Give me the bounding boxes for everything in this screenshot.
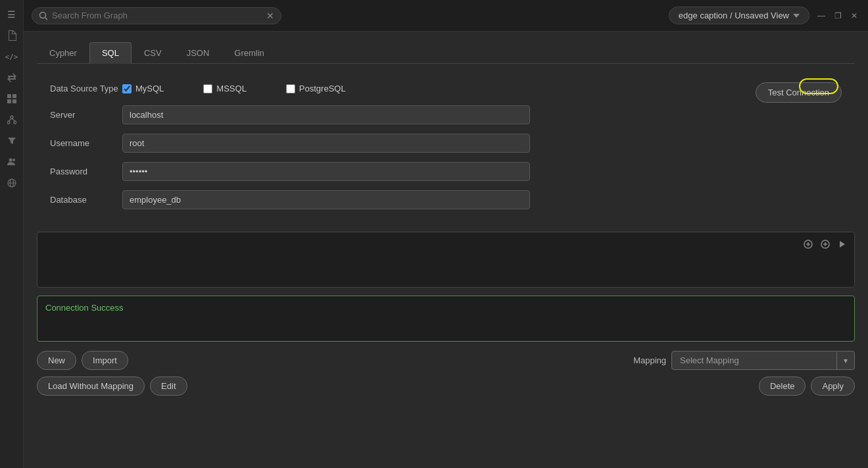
- password-label: Password: [50, 167, 122, 176]
- tab-cypher[interactable]: Cypher: [37, 42, 89, 63]
- svg-point-9: [9, 159, 12, 162]
- svg-point-6: [14, 121, 16, 124]
- query-copy-icon[interactable]: [819, 238, 832, 251]
- postgresql-option[interactable]: PostgreSQL: [286, 84, 346, 93]
- svg-line-8: [12, 118, 15, 121]
- datasource-row: Data Source Type MySQL MSSQL PostgreSQL: [50, 84, 842, 93]
- svg-point-4: [11, 116, 13, 118]
- svg-point-5: [7, 121, 10, 124]
- password-input[interactable]: [122, 162, 530, 181]
- restore-button[interactable]: ❐: [832, 10, 844, 22]
- username-input[interactable]: [122, 134, 530, 153]
- new-button[interactable]: New: [37, 351, 76, 370]
- test-connection-wrapper: Test Connection: [756, 82, 842, 103]
- main-content: ✕ edge caption / Unsaved View — ❐ ✕ Cyph…: [24, 0, 868, 468]
- datasource-label: Data Source Type: [50, 84, 122, 93]
- query-icons: [802, 238, 849, 251]
- globe-icon[interactable]: [3, 174, 21, 192]
- search-input[interactable]: [52, 11, 262, 20]
- svg-point-14: [40, 12, 46, 18]
- file-icon[interactable]: [3, 26, 21, 45]
- form-section: Test Connection Data Source Type MySQL M…: [37, 77, 855, 232]
- postgresql-label: PostgreSQL: [299, 84, 346, 93]
- svg-rect-2: [7, 99, 11, 103]
- username-label: Username: [50, 138, 122, 148]
- mysql-label: MySQL: [135, 84, 164, 93]
- import-button[interactable]: Import: [82, 351, 128, 370]
- tab-json[interactable]: JSON: [174, 42, 222, 63]
- sidebar: ☰ </>: [0, 0, 24, 468]
- load-without-mapping-button[interactable]: Load Without Mapping: [37, 377, 145, 396]
- mysql-option[interactable]: MySQL: [122, 84, 164, 93]
- mssql-label: MSSQL: [216, 84, 247, 93]
- svg-line-15: [45, 17, 48, 20]
- svg-rect-1: [12, 94, 16, 98]
- search-icon: [39, 11, 48, 20]
- postgresql-checkbox[interactable]: [286, 84, 295, 93]
- mapping-dropdown-arrow[interactable]: ▾: [836, 352, 854, 369]
- mapping-label: Mapping: [633, 355, 666, 365]
- delete-button[interactable]: Delete: [759, 377, 806, 396]
- server-label: Server: [50, 110, 122, 120]
- topbar: ✕ edge caption / Unsaved View — ❐ ✕: [24, 0, 868, 32]
- edit-button[interactable]: Edit: [150, 377, 187, 396]
- database-input[interactable]: [122, 190, 530, 209]
- svg-line-7: [9, 118, 12, 121]
- query-run-icon[interactable]: [836, 238, 849, 251]
- search-clear-icon[interactable]: ✕: [266, 11, 274, 21]
- tab-bar: Cypher SQL CSV JSON Gremlin: [37, 42, 855, 64]
- svg-rect-3: [12, 99, 16, 103]
- mapping-select-text: Select Mapping: [672, 351, 836, 369]
- test-connection-button[interactable]: Test Connection: [756, 82, 842, 103]
- connection-success-text: Connection Success: [45, 303, 124, 313]
- filter-icon[interactable]: [3, 132, 21, 150]
- graph-icon[interactable]: [3, 111, 21, 129]
- code-icon[interactable]: </>: [3, 47, 21, 66]
- password-row: Password: [50, 162, 842, 181]
- menu-icon[interactable]: ☰: [3, 5, 21, 24]
- server-row: Server: [50, 105, 842, 124]
- transfer-icon[interactable]: [3, 68, 21, 87]
- query-add-icon[interactable]: [802, 238, 815, 251]
- tab-csv[interactable]: CSV: [132, 42, 174, 63]
- mapping-dropdown[interactable]: Select Mapping ▾: [671, 351, 855, 370]
- apply-button[interactable]: Apply: [811, 377, 855, 396]
- svg-point-10: [12, 159, 15, 161]
- svg-marker-22: [840, 241, 845, 247]
- minimize-button[interactable]: —: [815, 10, 828, 22]
- search-box[interactable]: ✕: [32, 7, 281, 24]
- window-controls: — ❐ ✕: [815, 10, 860, 22]
- mssql-option[interactable]: MSSQL: [203, 84, 247, 93]
- mysql-checkbox[interactable]: [122, 84, 132, 93]
- tab-sql[interactable]: SQL: [89, 42, 132, 64]
- server-input[interactable]: [122, 105, 530, 124]
- username-row: Username: [50, 134, 842, 153]
- content-area: Cypher SQL CSV JSON Gremlin Test Connect…: [24, 32, 868, 468]
- query-editor[interactable]: [37, 232, 855, 288]
- datasource-options: MySQL MSSQL PostgreSQL: [122, 84, 842, 93]
- tab-gremlin[interactable]: Gremlin: [222, 42, 277, 63]
- close-button[interactable]: ✕: [848, 10, 860, 22]
- chevron-down-icon: [793, 14, 800, 18]
- database-label: Database: [50, 195, 122, 205]
- view-selector[interactable]: edge caption / Unsaved View: [669, 7, 809, 24]
- connection-status-area: Connection Success: [37, 296, 855, 342]
- svg-rect-0: [7, 94, 11, 98]
- database-row: Database: [50, 190, 842, 209]
- users-icon[interactable]: [3, 153, 21, 171]
- mssql-checkbox[interactable]: [203, 84, 212, 93]
- table-icon[interactable]: [3, 90, 21, 108]
- action-row: Load Without Mapping Edit Delete Apply: [37, 377, 855, 396]
- mapping-section: Mapping Select Mapping ▾: [633, 351, 855, 370]
- bottom-controls: New Import Mapping Select Mapping ▾: [37, 351, 855, 370]
- view-label: edge caption / Unsaved View: [679, 11, 789, 20]
